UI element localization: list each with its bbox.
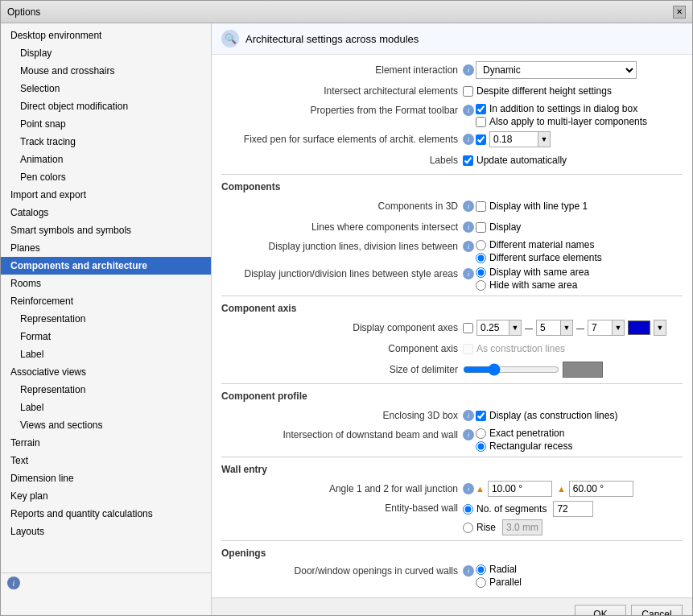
ok-button[interactable]: OK bbox=[575, 605, 626, 615]
fixed-pen-input[interactable] bbox=[489, 131, 538, 147]
props-cb1[interactable] bbox=[476, 104, 486, 114]
sidebar-item-display[interactable]: Display bbox=[1, 44, 211, 62]
junction-style-radio1-label[interactable]: Display with same area bbox=[476, 267, 589, 278]
enclosing-3d-cb-label[interactable]: Display (as construction lines) bbox=[476, 410, 617, 421]
angle-input2[interactable] bbox=[569, 481, 633, 497]
door-window-info[interactable]: i bbox=[463, 565, 474, 577]
comp-axes-arrow1[interactable]: ▼ bbox=[509, 320, 522, 336]
sidebar-item-text[interactable]: Text bbox=[1, 452, 211, 469]
sidebar-item-selection[interactable]: Selection bbox=[1, 80, 211, 97]
sidebar-item-catalogs[interactable]: Catalogs bbox=[1, 204, 211, 221]
comp-profile-section-title: Component profile bbox=[221, 391, 683, 402]
cancel-button[interactable]: Cancel bbox=[631, 605, 683, 615]
angle-icon1: ▲ bbox=[476, 484, 485, 494]
sidebar-item-import-export[interactable]: Import and export bbox=[1, 186, 211, 204]
sidebar-item-assoc-views[interactable]: Associative views bbox=[1, 363, 211, 381]
intersect-arch-checkbox[interactable] bbox=[463, 86, 473, 97]
sidebar-item-repr-assoc[interactable]: Representation bbox=[1, 381, 211, 399]
sidebar-item-terrain[interactable]: Terrain bbox=[1, 434, 211, 452]
sidebar-item-animation[interactable]: Animation bbox=[1, 151, 211, 168]
element-interaction-dropdown[interactable]: Dynamic bbox=[476, 61, 637, 79]
comp-axes-arrow3[interactable]: ▼ bbox=[612, 320, 625, 336]
entity-radio1[interactable] bbox=[463, 504, 473, 515]
junction-radio1-label[interactable]: Different material names bbox=[476, 239, 595, 250]
junction-radio2[interactable] bbox=[476, 253, 486, 263]
sidebar-item-repr-reinforcement[interactable]: Representation bbox=[1, 310, 211, 328]
display-comp-axes-checkbox[interactable] bbox=[463, 323, 473, 333]
enclosing-3d-info[interactable]: i bbox=[463, 410, 474, 421]
intersection-beam-info[interactable]: i bbox=[463, 429, 474, 440]
labels-cb-label[interactable]: Update automatically bbox=[463, 155, 567, 166]
comp-3d-info[interactable]: i bbox=[463, 201, 474, 212]
sidebar-item-desktop-env[interactable]: Desktop environment bbox=[1, 27, 211, 44]
sidebar-item-label-assoc[interactable]: Label bbox=[1, 399, 211, 416]
comp-axes-input1[interactable] bbox=[476, 320, 509, 336]
sidebar-item-dimension-line[interactable]: Dimension line bbox=[1, 469, 211, 487]
intersection-radio2-label[interactable]: Rectangular recess bbox=[476, 440, 572, 452]
door-radio1[interactable] bbox=[476, 564, 486, 575]
entity-radio1-text: No. of segments bbox=[476, 503, 547, 515]
comp-3d-cb-label[interactable]: Display with line type 1 bbox=[476, 201, 588, 212]
intersect-arch-checkbox-label[interactable]: Despite different height settings bbox=[463, 85, 612, 97]
comp-axes-color[interactable] bbox=[628, 320, 650, 335]
junction-radio2-label[interactable]: Different surface elements bbox=[476, 252, 602, 263]
comp-axes-color-arrow[interactable]: ▼ bbox=[654, 320, 666, 336]
sidebar-item-point-snap[interactable]: Point snap bbox=[1, 115, 211, 133]
close-button[interactable]: ✕ bbox=[673, 6, 686, 19]
junction-lines-info[interactable]: i bbox=[463, 241, 474, 252]
lines-intersect-checkbox[interactable] bbox=[476, 222, 486, 233]
lines-intersect-info[interactable]: i bbox=[463, 221, 474, 233]
sidebar-item-views-sections[interactable]: Views and sections bbox=[1, 416, 211, 434]
sidebar-item-track-tracing[interactable]: Track tracing bbox=[1, 133, 211, 151]
rise-input[interactable] bbox=[502, 519, 542, 535]
intersection-radio1[interactable] bbox=[476, 428, 486, 439]
sidebar-item-format-reinforcement[interactable]: Format bbox=[1, 328, 211, 345]
lines-intersect-cb-label[interactable]: Display bbox=[476, 221, 521, 233]
size-delimiter-slider[interactable] bbox=[463, 363, 559, 376]
intersection-radio1-label[interactable]: Exact penetration bbox=[476, 428, 564, 439]
props-cb1-label[interactable]: In addition to settings in dialog box bbox=[476, 103, 637, 114]
angle-input1[interactable] bbox=[488, 481, 552, 497]
junction-style-info[interactable]: i bbox=[463, 268, 474, 279]
door-radio2-label[interactable]: Parallel bbox=[476, 577, 522, 588]
door-radio1-label[interactable]: Radial bbox=[476, 564, 517, 575]
props-format-info[interactable]: i bbox=[463, 105, 474, 116]
comp-axes-input2[interactable] bbox=[536, 320, 560, 336]
sidebar-item-components-arch[interactable]: Components and architecture bbox=[1, 257, 211, 275]
junction-style-radio1[interactable] bbox=[476, 267, 486, 278]
intersection-radio2[interactable] bbox=[476, 441, 486, 452]
entity-radio1-label[interactable]: No. of segments bbox=[463, 503, 547, 515]
comp-axes-input3[interactable] bbox=[588, 320, 612, 336]
junction-style-radio2-label[interactable]: Hide with same area bbox=[476, 279, 577, 291]
enclosing-3d-checkbox[interactable] bbox=[476, 411, 486, 421]
sidebar-item-layouts[interactable]: Layouts bbox=[1, 523, 211, 540]
fixed-pen-info[interactable]: i bbox=[463, 134, 474, 145]
sidebar-item-direct-obj-mod[interactable]: Direct object modification bbox=[1, 97, 211, 115]
comp-axes-arrow2[interactable]: ▼ bbox=[560, 320, 573, 336]
junction-style-radio2[interactable] bbox=[476, 280, 486, 291]
element-interaction-info[interactable]: i bbox=[463, 64, 474, 76]
segments-input[interactable] bbox=[553, 501, 593, 517]
sidebar-item-label-reinforcement[interactable]: Label bbox=[1, 345, 211, 363]
entity-radio2-label[interactable]: Rise bbox=[463, 522, 496, 533]
props-cb2-label[interactable]: Also apply to multi-layer components bbox=[476, 116, 647, 127]
sidebar-item-rooms[interactable]: Rooms bbox=[1, 275, 211, 292]
comp-axis-cb-label[interactable]: As construction lines bbox=[463, 343, 565, 354]
comp-3d-checkbox[interactable] bbox=[476, 201, 486, 212]
comp-axis-checkbox[interactable] bbox=[463, 344, 473, 354]
sidebar-item-reinforcement[interactable]: Reinforcement bbox=[1, 292, 211, 310]
sidebar-item-planes[interactable]: Planes bbox=[1, 239, 211, 257]
junction-radio1[interactable] bbox=[476, 240, 486, 250]
fixed-pen-arrow[interactable]: ▼ bbox=[538, 131, 551, 147]
fixed-pen-checkbox[interactable] bbox=[476, 134, 486, 145]
angle-wall-info[interactable]: i bbox=[463, 483, 474, 494]
props-cb2[interactable] bbox=[476, 117, 486, 127]
sidebar-item-reports-qty[interactable]: Reports and quantity calculations bbox=[1, 505, 211, 523]
door-radio2[interactable] bbox=[476, 577, 486, 588]
sidebar-item-mouse-crosshairs[interactable]: Mouse and crosshairs bbox=[1, 62, 211, 80]
entity-radio2[interactable] bbox=[463, 523, 473, 533]
sidebar-item-key-plan[interactable]: Key plan bbox=[1, 487, 211, 505]
labels-checkbox[interactable] bbox=[463, 155, 473, 166]
sidebar-item-smart-symbols[interactable]: Smart symbols and symbols bbox=[1, 221, 211, 239]
sidebar-item-pen-colors[interactable]: Pen colors bbox=[1, 168, 211, 186]
